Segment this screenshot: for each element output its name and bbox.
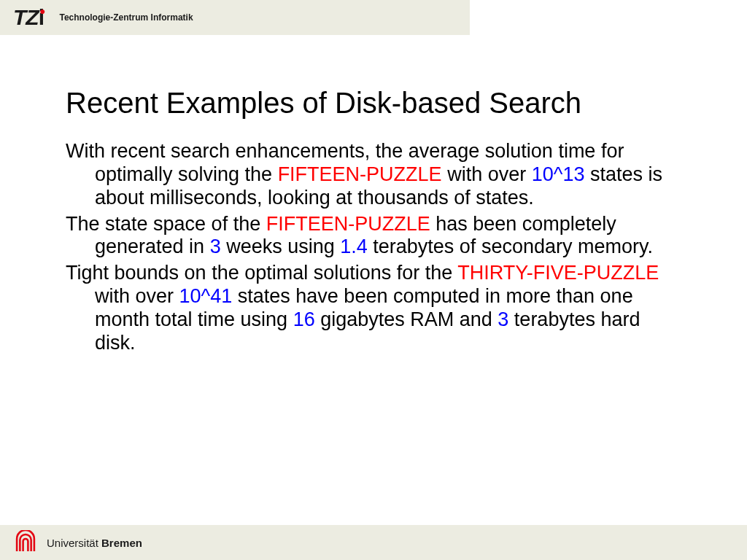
paragraph-3: Tight bounds on the optimal solutions fo… [66,262,681,354]
slide-title: Recent Examples of Disk-based Search [66,86,681,120]
value-weeks: 3 [210,236,221,257]
bremen-text: Universität Bremen [47,537,142,549]
tzi-logo: TZi● Technologie-Zentrum Informatik [13,5,193,30]
slide-body: With recent search enhancements, the ave… [66,140,681,355]
value-states-1: 10^13 [532,163,585,185]
tzi-logo-mark: TZi● [13,5,49,30]
value-terabytes-1: 1.4 [340,236,368,257]
bremen-logo-icon [13,530,38,555]
footer-band: Universität Bremen [0,525,747,560]
value-ram: 16 [293,308,315,330]
paragraph-2: The state space of the FIFTEEN-PUZZLE ha… [66,213,681,260]
keyword-fifteen-puzzle: FIFTEEN-PUZZLE [278,163,442,185]
keyword-thirtyfive-puzzle: THIRTY-FIVE-PUZZLE [457,262,659,284]
keyword-fifteen-puzzle-2: FIFTEEN-PUZZLE [266,213,430,235]
value-terabytes-2: 3 [498,308,508,330]
value-states-2: 10^41 [179,285,233,307]
paragraph-1: With recent search enhancements, the ave… [66,140,681,210]
tzi-logo-subtitle: Technologie-Zentrum Informatik [59,12,193,23]
header-cutout [470,0,747,51]
